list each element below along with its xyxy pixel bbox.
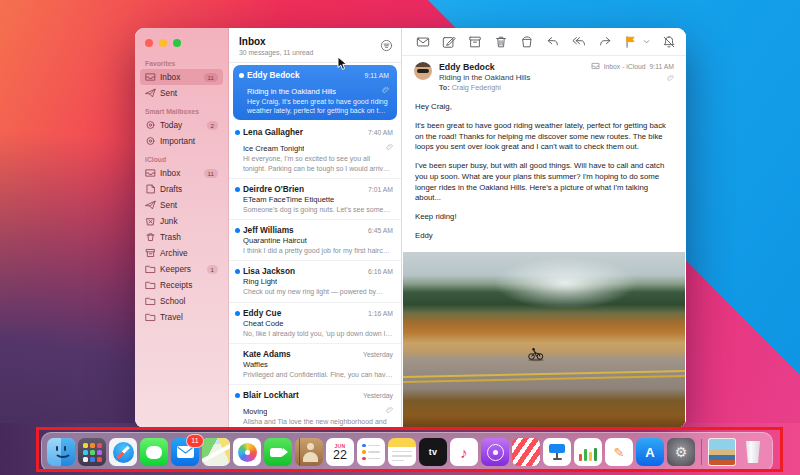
- reply-icon[interactable]: [546, 35, 560, 49]
- message-list-pane: Inbox 30 messages, 11 unread Eddy Bedock…: [229, 28, 402, 428]
- sidebar-item-label: School: [160, 296, 185, 306]
- unread-count-badge: 2: [207, 121, 218, 130]
- sidebar-item-receipts[interactable]: Receipts: [140, 277, 223, 293]
- dock-messages-icon[interactable]: [140, 438, 168, 466]
- message-sender: Lisa Jackson: [243, 266, 364, 276]
- reply-all-icon[interactable]: [572, 35, 586, 49]
- dock-news-icon[interactable]: [512, 438, 540, 466]
- message-row[interactable]: Jeff Williams6:45 AMQuarantine HaircutI …: [229, 220, 401, 261]
- sidebar-item-inbox[interactable]: Inbox11: [140, 165, 223, 181]
- sidebar-item-today[interactable]: Today2: [140, 117, 223, 133]
- mailbox-icon: [591, 62, 600, 71]
- sent-icon: [145, 88, 156, 98]
- unread-count-badge: 11: [204, 169, 218, 178]
- message-sender: Eddy Cue: [243, 308, 364, 318]
- sidebar-item-junk[interactable]: Junk: [140, 213, 223, 229]
- dock-contacts-icon[interactable]: [295, 438, 323, 466]
- sidebar-item-sent[interactable]: Sent: [140, 197, 223, 213]
- dock-finder-icon[interactable]: [47, 438, 75, 466]
- close-window-button[interactable]: [145, 39, 153, 47]
- sidebar-item-trash[interactable]: Trash: [140, 229, 223, 245]
- message-preview: I think I did a pretty good job for my f…: [243, 246, 393, 255]
- sidebar-item-travel[interactable]: Travel: [140, 309, 223, 325]
- sidebar-item-school[interactable]: School: [140, 293, 223, 309]
- message-subject: Riding in the Oakland Hills: [439, 73, 530, 82]
- mute-icon[interactable]: [662, 35, 676, 49]
- message-preview: Check out my new ring light — powered by…: [243, 287, 393, 296]
- sidebar-item-label: Keepers: [160, 264, 191, 274]
- minimize-window-button[interactable]: [159, 39, 167, 47]
- sidebar-item-keepers[interactable]: Keepers1: [140, 261, 223, 277]
- sidebar-item-sent[interactable]: Sent: [140, 85, 223, 101]
- dock-notes-icon[interactable]: [388, 438, 416, 466]
- message-sender: Deirdre O'Brien: [243, 184, 364, 194]
- dock-system-preferences-icon[interactable]: ⚙: [667, 438, 695, 466]
- dock-trash-icon[interactable]: [739, 438, 767, 466]
- sidebar-item-archive[interactable]: Archive: [140, 245, 223, 261]
- message-time: 6:45 AM: [368, 227, 393, 234]
- message-row[interactable]: Deirdre O'Brien7:01 AMETeam FaceTime Eti…: [229, 179, 401, 220]
- message-row[interactable]: Blair LockhartYesterdayMovingAlisha and …: [229, 385, 401, 428]
- message-list-header: Inbox 30 messages, 11 unread: [229, 28, 401, 63]
- message-summary: Eddy Bedock9:11 AMRiding in the Oakland …: [247, 70, 389, 115]
- dock-music-icon[interactable]: ♪: [450, 438, 478, 466]
- archive-icon[interactable]: [468, 35, 482, 49]
- email-photo-attachment[interactable]: [403, 252, 685, 428]
- flag-icon[interactable]: [624, 35, 638, 49]
- dock-safari-icon[interactable]: [109, 438, 137, 466]
- message-sender: Lena Gallagher: [243, 127, 364, 137]
- sidebar-item-label: Sent: [160, 88, 177, 98]
- inbox-icon: [145, 72, 156, 82]
- dock-calendar-icon[interactable]: JUN22: [326, 438, 354, 466]
- message-row[interactable]: Lisa Jackson6:16 AMRing LightCheck out m…: [229, 261, 401, 302]
- dock-podcasts-icon[interactable]: [481, 438, 509, 466]
- message-subject: Riding in the Oakland Hills: [247, 87, 336, 96]
- dock-pages-icon[interactable]: ✎: [605, 438, 633, 466]
- unread-indicator-column: [232, 225, 243, 255]
- recipient-name: Craig Federighi: [452, 83, 501, 92]
- dock-tv-icon[interactable]: tv: [419, 438, 447, 466]
- attachment-paperclip-icon: [386, 137, 393, 145]
- dock-mail-icon[interactable]: 11: [171, 438, 199, 466]
- unread-indicator-column: [232, 184, 243, 214]
- sidebar-item-important[interactable]: Important: [140, 133, 223, 149]
- sidebar-item-inbox[interactable]: Inbox11: [140, 69, 223, 85]
- unread-dot: [235, 269, 240, 274]
- forward-icon[interactable]: [598, 35, 612, 49]
- message-row[interactable]: Kate AdamsYesterdayWafflesPrivileged and…: [229, 344, 401, 385]
- message-header: Eddy Bedock Riding in the Oakland Hills …: [402, 56, 686, 98]
- dock-reminders-icon[interactable]: [357, 438, 385, 466]
- cyclist-figure: [527, 346, 545, 362]
- dock-launchpad-icon[interactable]: [78, 438, 106, 466]
- chevron-down-icon[interactable]: [643, 35, 650, 49]
- dock-photo-stack-icon[interactable]: [708, 438, 736, 466]
- dock-keynote-icon[interactable]: [543, 438, 571, 466]
- sidebar-section-label: Favorites: [135, 53, 228, 69]
- unread-count-badge: 1: [207, 265, 218, 274]
- message-row[interactable]: Lena Gallagher7:40 AMIce Cream TonightHi…: [229, 122, 401, 178]
- dock-photos-icon[interactable]: [233, 438, 261, 466]
- message-time: 1:16 AM: [368, 310, 393, 317]
- compose-icon[interactable]: [442, 35, 456, 49]
- dock-facetime-icon[interactable]: [264, 438, 292, 466]
- mailbox-icon[interactable]: [416, 35, 430, 49]
- message-preview: Hey Craig, It's been great to have good …: [247, 97, 389, 115]
- message-sender: Eddy Bedock: [247, 70, 361, 80]
- dock: 11JUN22tv♪✎A⚙: [41, 432, 773, 472]
- zoom-window-button[interactable]: [173, 39, 181, 47]
- filter-icon[interactable]: [380, 38, 393, 51]
- dock-numbers-icon[interactable]: [574, 438, 602, 466]
- message-row[interactable]: Eddy Bedock9:11 AMRiding in the Oakland …: [233, 65, 397, 120]
- junk-icon[interactable]: [520, 35, 534, 49]
- dock-app-store-icon[interactable]: A: [636, 438, 664, 466]
- mail-unread-badge: 11: [186, 434, 204, 448]
- dock-maps-icon[interactable]: [202, 438, 230, 466]
- sidebar-item-drafts[interactable]: Drafts: [140, 181, 223, 197]
- unread-indicator-column: [232, 127, 243, 172]
- message-subject: Ring Light: [243, 277, 277, 286]
- trash-icon[interactable]: [494, 35, 508, 49]
- message-subject: ETeam FaceTime Etiquette: [243, 195, 334, 204]
- attachment-paperclip-icon: [386, 400, 393, 408]
- message-row[interactable]: Eddy Cue1:16 AMCheat CodeNo, like I alre…: [229, 303, 401, 344]
- junk-icon: [145, 216, 156, 226]
